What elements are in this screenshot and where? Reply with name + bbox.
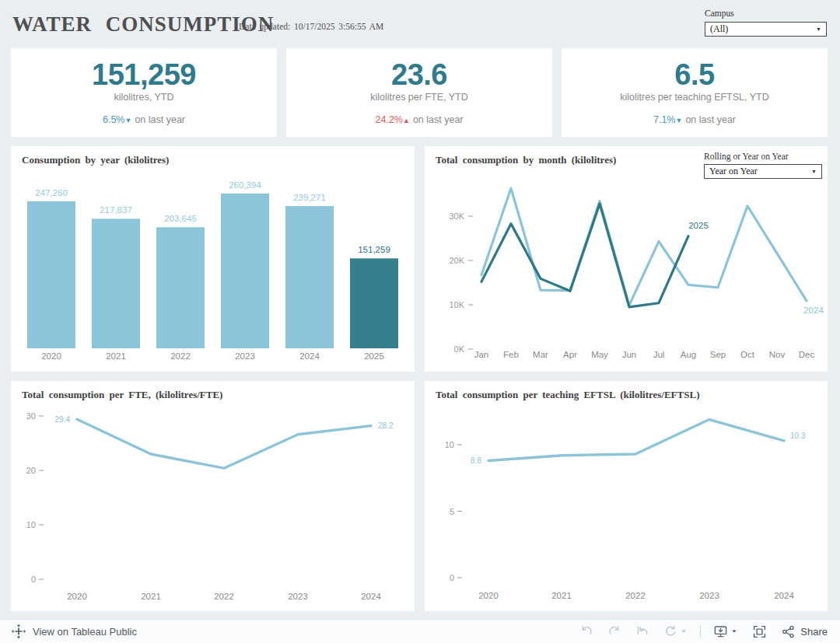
chevron-down-icon: ▼ [816, 26, 821, 33]
svg-text:217,837: 217,837 [100, 205, 132, 215]
data-updated-text: Data updated: 10/17/2025 3:56:55 AM [239, 22, 383, 31]
svg-text:2022: 2022 [170, 351, 191, 361]
svg-text:2023: 2023 [699, 591, 719, 600]
kpi-delta: 7.1%▼on last year [562, 114, 828, 125]
fullscreen-button[interactable] [751, 623, 768, 641]
page-title: WATER CONSUMPTION [12, 12, 274, 37]
rolling-toggle-select[interactable]: Year on Year ▼ [704, 164, 822, 179]
svg-text:Jun: Jun [622, 350, 637, 359]
per-eftsl-line-chart[interactable]: 0510202020212022202320248.810.3 [425, 381, 828, 611]
panel-per-fte: 01020302020202120222023202429.428.2 Tota… [11, 381, 415, 611]
caret-down-icon [680, 627, 688, 635]
rolling-toggle-label: Rolling or Year on Year [704, 152, 789, 161]
svg-text:Sep: Sep [710, 350, 726, 359]
svg-text:5: 5 [450, 507, 454, 516]
revert-button[interactable] [634, 623, 651, 640]
view-on-tableau-public-label: View on Tableau Public [33, 626, 137, 638]
svg-text:Aug: Aug [681, 350, 696, 359]
svg-text:28.2: 28.2 [378, 421, 394, 430]
svg-text:Mar: Mar [533, 350, 548, 359]
download-button[interactable] [712, 623, 740, 641]
svg-text:10.3: 10.3 [790, 432, 806, 440]
down-arrow-icon: ▼ [124, 117, 131, 124]
svg-text:10: 10 [26, 520, 36, 529]
refresh-button[interactable] [662, 623, 689, 640]
share-button-label: Share [800, 626, 828, 638]
svg-text:2025: 2025 [688, 221, 709, 230]
campus-filter-label: Campus [705, 9, 734, 18]
chart-title: Total consumption per teaching EFTSL (ki… [436, 389, 699, 401]
campus-select[interactable]: (All) ▼ [705, 22, 827, 37]
svg-text:2020: 2020 [67, 592, 87, 601]
chart-title: Total consumption per FTE, (kilolitres/F… [22, 389, 222, 401]
svg-text:0: 0 [450, 573, 454, 582]
kpi-value: 151,259 [11, 48, 277, 89]
panel-per-eftsl: 0510202020212022202320248.810.3 Total co… [425, 381, 828, 611]
per-fte-line-chart[interactable]: 01020302020202120222023202429.428.2 [11, 381, 415, 611]
fullscreen-icon [752, 624, 767, 639]
kpi-value: 6.5 [562, 48, 828, 89]
svg-text:2024: 2024 [361, 592, 381, 601]
svg-text:151,259: 151,259 [358, 245, 390, 254]
rolling-toggle-value: Year on Year [709, 166, 758, 177]
svg-text:10K: 10K [449, 300, 464, 309]
kpi-value: 23.6 [286, 48, 552, 89]
chart-title: Total consumption by month (kilolitres) [436, 154, 616, 166]
caret-down-icon [730, 627, 738, 635]
svg-text:2024: 2024 [774, 591, 794, 600]
total-by-month-line-chart[interactable]: 0K10K20K30KJanFebMarAprMayJunJulAugSepOc… [425, 146, 828, 372]
svg-text:0: 0 [31, 575, 36, 584]
svg-text:247,260: 247,260 [35, 188, 68, 197]
view-on-tableau-public-link[interactable]: View on Tableau Public [11, 624, 137, 639]
svg-text:29.4: 29.4 [55, 415, 71, 424]
tableau-logo-icon [11, 624, 26, 639]
svg-text:20: 20 [26, 466, 36, 475]
svg-text:2025: 2025 [364, 351, 384, 361]
svg-text:2023: 2023 [288, 592, 308, 601]
svg-text:May: May [591, 350, 608, 359]
svg-text:2022: 2022 [625, 591, 646, 600]
kpi-delta: 6.5%▼on last year [11, 114, 277, 125]
svg-text:2021: 2021 [551, 591, 572, 600]
svg-text:239,271: 239,271 [293, 193, 326, 202]
svg-text:2022: 2022 [214, 592, 234, 601]
kpi-card-per-fte: 23.6 kilolitres per FTE, YTD 24.2%▲on la… [286, 48, 552, 137]
undo-icon [579, 624, 593, 638]
down-arrow-icon: ▼ [675, 117, 682, 124]
refresh-icon [663, 624, 677, 638]
tableau-toolbar: View on Tableau Public [0, 619, 840, 643]
svg-text:30: 30 [26, 411, 36, 421]
svg-text:0K: 0K [454, 344, 465, 354]
share-icon [781, 624, 796, 639]
kpi-card-per-eftsl: 6.5 kilolitres per teaching EFTSL, YTD 7… [562, 48, 828, 137]
svg-text:2024: 2024 [803, 306, 824, 315]
share-button[interactable]: Share [779, 623, 829, 641]
toolbar-separator [700, 625, 701, 638]
svg-text:2023: 2023 [235, 351, 255, 361]
svg-text:8.8: 8.8 [471, 456, 481, 465]
undo-button[interactable] [578, 623, 595, 640]
kpi-label: kilolitres, YTD [11, 92, 277, 103]
kpi-label: kilolitres per teaching EFTSL, YTD [562, 92, 828, 103]
svg-text:10: 10 [445, 440, 454, 449]
revert-icon [635, 624, 649, 638]
campus-select-value: (All) [710, 23, 728, 35]
redo-button[interactable] [606, 623, 623, 640]
svg-text:2021: 2021 [106, 351, 126, 361]
svg-text:Apr: Apr [563, 350, 577, 359]
svg-text:Feb: Feb [503, 350, 519, 359]
svg-text:260,394: 260,394 [229, 180, 261, 190]
toolbar-buttons: Share [578, 623, 829, 641]
kpi-delta: 24.2%▲on last year [286, 114, 552, 125]
consumption-by-year-bar-chart[interactable]: 247,2602020217,8372021203,6452022260,394… [11, 146, 415, 372]
svg-text:2020: 2020 [41, 351, 61, 361]
kpi-card-total-kilolitres: 151,259 kilolitres, YTD 6.5%▼on last yea… [11, 48, 277, 137]
svg-text:Oct: Oct [740, 350, 755, 359]
svg-text:2020: 2020 [478, 591, 499, 600]
svg-text:Jul: Jul [653, 350, 665, 359]
svg-text:30K: 30K [449, 211, 464, 221]
chevron-down-icon: ▼ [811, 169, 817, 175]
svg-text:2024: 2024 [299, 351, 320, 361]
redo-icon [607, 624, 621, 638]
download-device-icon [713, 624, 728, 639]
